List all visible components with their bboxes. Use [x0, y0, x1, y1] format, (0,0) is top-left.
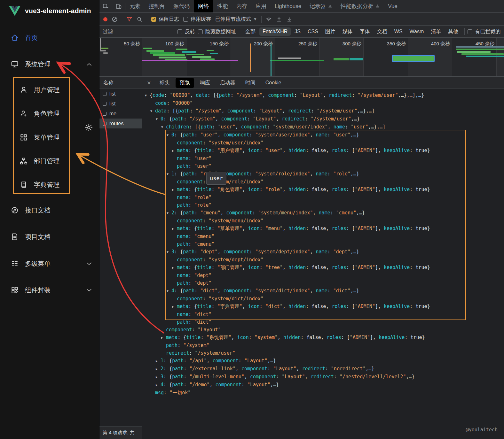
devtools-tab-Vue[interactable]: Vue — [384, 0, 402, 12]
expander-open-icon[interactable]: ▼ — [167, 209, 171, 217]
json-line[interactable]: ▼2: {path: "cmenu", component: "system/m… — [142, 209, 504, 217]
json-line[interactable]: path: "dept" — [142, 279, 504, 287]
sidebar-item-dept[interactable]: 部门管理 — [0, 152, 99, 170]
request-row-list[interactable]: list — [99, 99, 142, 109]
devtools-tab-源代码[interactable]: 源代码 — [169, 0, 194, 12]
expander-open-icon[interactable]: ▼ — [167, 170, 171, 178]
json-line[interactable]: ▼0: {path: "user", component: "system/us… — [142, 131, 504, 139]
detail-tab-响应[interactable]: 响应 — [196, 78, 214, 88]
blocked-cookies-checkbox[interactable]: 有已拦截的 — [468, 28, 500, 35]
filter-type-图片[interactable]: 图片 — [322, 27, 339, 36]
inspect-element-icon[interactable] — [99, 0, 112, 12]
disable-cache-checkbox[interactable]: 停用缓存 — [183, 16, 211, 23]
devtools-tab-应用[interactable]: 应用 — [251, 0, 271, 12]
filter-type-全部[interactable]: 全部 — [242, 27, 259, 36]
expander-closed-icon[interactable]: ▶ — [172, 264, 177, 272]
json-line[interactable]: ▼4: {path: "dict", component: "system/di… — [142, 287, 504, 295]
filter-type-WS[interactable]: WS — [391, 27, 406, 36]
expander-open-icon[interactable]: ▼ — [161, 123, 166, 131]
json-line[interactable]: ▶meta: {title: "菜单管理", icon: "menu", hid… — [142, 225, 504, 233]
json-line[interactable]: ▼3: {path: "dept", component: "system/de… — [142, 248, 504, 256]
sidebar-item-home[interactable]: 首页 — [0, 29, 99, 47]
request-row-routes[interactable]: routes — [99, 119, 142, 128]
detail-tab-标头[interactable]: 标头 — [155, 78, 174, 88]
sidebar-item-system[interactable]: 系统管理 — [0, 55, 99, 73]
clear-network-log-icon[interactable] — [112, 16, 118, 22]
filter-input[interactable] — [103, 29, 175, 35]
request-row-me[interactable]: me — [99, 109, 142, 119]
expander-open-icon[interactable]: ▼ — [167, 248, 171, 256]
search-icon[interactable] — [137, 16, 143, 22]
json-line[interactable]: ▶meta: {title: "字典管理", icon: "dict", hid… — [142, 303, 504, 311]
json-line[interactable]: ▼1: {path: "role", component: "system/ro… — [142, 170, 504, 178]
expander-closed-icon[interactable]: ▶ — [172, 303, 177, 311]
filter-type-字体[interactable]: 字体 — [357, 27, 373, 36]
json-line[interactable]: component: "system/menu/index" — [142, 217, 504, 225]
request-list-header[interactable]: 名称 — [99, 77, 142, 89]
app-logo[interactable]: vue3-element-admin — [9, 6, 91, 16]
expander-closed-icon[interactable]: ▶ — [156, 357, 161, 365]
sidebar-item-component[interactable]: 组件封装 — [0, 281, 99, 299]
filter-funnel-icon[interactable] — [126, 16, 132, 22]
sidebar-item-multi[interactable]: 多级菜单 — [0, 255, 99, 273]
record-button[interactable] — [103, 17, 107, 21]
filter-type-清单[interactable]: 清单 — [428, 27, 444, 36]
json-line[interactable]: redirect: "/system/user" — [142, 349, 504, 357]
json-line[interactable]: path: "role" — [142, 201, 504, 209]
sidebar-item-role[interactable]: 角色管理 — [0, 104, 99, 122]
expander-closed-icon[interactable]: ▶ — [156, 381, 161, 389]
json-line[interactable]: path: "/system" — [142, 342, 504, 349]
sidebar-item-api[interactable]: 接口文档 — [0, 201, 99, 219]
json-line[interactable]: ▶meta: {title: "用户管理", icon: "user", hid… — [142, 147, 504, 155]
json-line[interactable]: code: "00000" — [142, 99, 504, 107]
json-line[interactable]: path: "cmenu" — [142, 240, 504, 248]
expander-open-icon[interactable]: ▼ — [150, 107, 155, 115]
import-har-icon[interactable] — [276, 16, 282, 22]
expander-closed-icon[interactable]: ▶ — [172, 186, 177, 194]
json-line[interactable]: name: "dept" — [142, 272, 504, 279]
devtools-tab-性能数据分析[interactable]: 性能数据分析 — [336, 0, 384, 12]
devtools-tab-内存[interactable]: 内存 — [232, 0, 251, 12]
expander-closed-icon[interactable]: ▶ — [156, 365, 161, 373]
json-line[interactable]: ▶4: {path: "/demo", component: "Layout",… — [142, 381, 504, 389]
json-line[interactable]: ▼0: {path: "/system", component: "Layout… — [142, 115, 504, 123]
json-line[interactable]: component: "system/role/index" — [142, 178, 504, 186]
filter-type-Wasm[interactable]: Wasm — [406, 27, 427, 36]
device-toolbar-icon[interactable] — [112, 0, 125, 12]
json-line[interactable]: name: "role" — [142, 194, 504, 201]
json-line[interactable]: ▶2: {path: "/external-link", component: … — [142, 365, 504, 373]
filter-type-CSS[interactable]: CSS — [304, 27, 321, 36]
expander-open-icon[interactable]: ▼ — [167, 287, 171, 295]
devtools-tab-元素[interactable]: 元素 — [125, 0, 145, 12]
json-line[interactable]: ▶meta: {title: "系统管理", icon: "system", h… — [142, 334, 504, 342]
expander-closed-icon[interactable]: ▶ — [172, 225, 177, 233]
json-line[interactable]: name: "user" — [142, 155, 504, 162]
close-icon[interactable]: × — [144, 79, 154, 87]
preserve-log-checkbox[interactable]: 保留日志 — [151, 16, 179, 23]
detail-tab-预览[interactable]: 预览 — [176, 78, 194, 88]
invert-filter-checkbox[interactable]: 反转 — [177, 28, 195, 35]
devtools-tab-性能[interactable]: 性能 — [213, 0, 232, 12]
detail-tab-时间[interactable]: 时间 — [241, 78, 260, 88]
json-line[interactable]: ▶3: {path: "/multi-level-menu", componen… — [142, 373, 504, 381]
filter-type-文档[interactable]: 文档 — [374, 27, 390, 36]
json-line[interactable]: ▶meta: {title: "角色管理", icon: "role", hid… — [142, 186, 504, 194]
json-line[interactable]: path: "dict" — [142, 318, 504, 326]
filter-type-媒体[interactable]: 媒体 — [339, 27, 356, 36]
json-line[interactable]: name: "dict" — [142, 311, 504, 318]
json-line[interactable]: ▶meta: {title: "部门管理", icon: "tree", hid… — [142, 264, 504, 272]
json-line[interactable]: path: "user" — [142, 162, 504, 170]
expander-closed-icon[interactable]: ▶ — [172, 147, 177, 155]
expander-open-icon[interactable]: ▼ — [145, 92, 150, 99]
hide-data-urls-checkbox[interactable]: 隐藏数据网址 — [198, 28, 236, 35]
json-line[interactable]: name: "cmenu" — [142, 233, 504, 240]
devtools-tab-记录器[interactable]: 记录器 — [305, 0, 336, 12]
network-overview[interactable]: 50 毫秒100 毫秒150 毫秒200 毫秒250 毫秒300 毫秒350 毫… — [99, 38, 504, 77]
expander-closed-icon[interactable]: ▶ — [161, 334, 166, 342]
json-line[interactable]: component: "system/dept/index" — [142, 256, 504, 264]
settings-gear-button[interactable] — [84, 123, 93, 132]
throttling-select[interactable]: 已停用节流模式 ▼ — [215, 16, 257, 23]
detail-tab-启动器[interactable]: 启动器 — [216, 78, 240, 88]
export-har-icon[interactable] — [286, 16, 292, 22]
sidebar-item-doc[interactable]: 项目文档 — [0, 228, 99, 246]
